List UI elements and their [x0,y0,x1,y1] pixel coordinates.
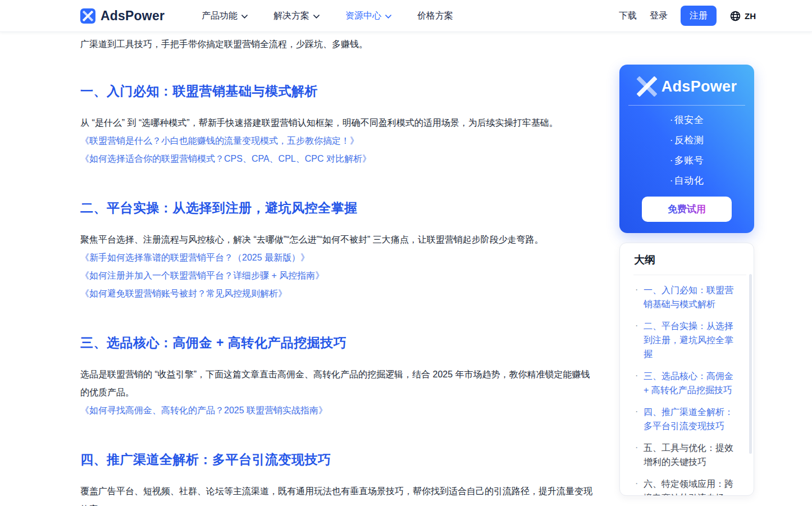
section-3-heading: 三、选品核心：高佣金 + 高转化产品挖掘技巧 [80,334,597,351]
bullet-icon: · [635,368,638,382]
promo-feature: ·很安全 [619,110,754,130]
outline-card: 大纲 ·一、入门必知：联盟营销基础与模式解析 ·二、平台实操：从选择到注册，避坑… [619,243,754,496]
promo-feature-label: 自动化 [674,175,704,186]
promo-card: AdsPower ·很安全 ·反检测 ·多账号 ·自动化 免费试用 [619,65,754,233]
outline-item-4[interactable]: ·四、推广渠道全解析：多平台引流变现技巧 [634,405,737,433]
outline-item-1[interactable]: ·一、入门必知：联盟营销基础与模式解析 [634,283,737,311]
article-content: 广渠道到工具技巧，手把手带你搞定联盟营销全流程，少踩坑、多赚钱。 一、入门必知：… [80,32,597,506]
section-3-description: 选品是联盟营销的 “收益引擎”，下面这篇文章直击高佣金、高转化产品的挖掘逻辑，结… [80,366,597,402]
outline-item-label: 三、选品核心：高佣金 + 高转化产品挖掘技巧 [644,371,733,395]
section-2-description: 聚焦平台选择、注册流程与风控核心，解决 “去哪做”“怎么进”“如何不被封” 三大… [80,231,597,249]
promo-feature-list: ·很安全 ·反检测 ·多账号 ·自动化 [619,110,754,191]
promo-divider [628,105,745,106]
outline-item-6[interactable]: ·六、特定领域应用：跨境电商站外引流专场 [634,477,737,496]
section-2-heading: 二、平台实操：从选择到注册，避坑风控全掌握 [80,199,597,216]
section-4: 四、推广渠道全解析：多平台引流变现技巧 覆盖广告平台、短视频、社群、论坛等主流渠… [80,451,597,506]
chevron-down-icon [313,15,320,19]
outline-item-label: 一、入门必知：联盟营销基础与模式解析 [644,285,733,309]
section-4-description: 覆盖广告平台、短视频、社群、论坛等主流渠道，既有通用玩法也有垂直场景技巧，帮你找… [80,482,597,506]
nav-item-solutions[interactable]: 解决方案 [273,10,320,22]
outline-item-label: 四、推广渠道全解析：多平台引流变现技巧 [644,407,733,431]
promo-logo: AdsPower [619,65,754,97]
article-link[interactable]: 《如何选择适合你的联盟营销模式？CPS、CPA、CPL、CPC 对比解析》 [80,150,597,168]
section-3: 三、选品核心：高佣金 + 高转化产品挖掘技巧 选品是联盟营销的 “收益引擎”，下… [80,334,597,420]
chevron-down-icon [385,15,391,19]
download-link[interactable]: 下载 [619,10,637,22]
bullet-icon: · [670,175,673,186]
bullet-icon: · [635,404,638,418]
outline-item-label: 六、特定领域应用：跨境电商站外引流专场 [644,479,733,496]
bullet-icon: · [670,115,673,125]
outline-item-2[interactable]: ·二、平台实操：从选择到注册，避坑风控全掌握 [634,319,737,361]
signup-button[interactable]: 注册 [681,6,717,25]
promo-feature: ·反检测 [619,130,754,151]
nav-item-products[interactable]: 产品功能 [202,10,248,22]
article-link[interactable]: 《联盟营销是什么？小白也能赚钱的流量变现模式，五步教你搞定！》 [80,132,597,150]
bullet-icon: · [670,155,673,166]
adspower-logo-icon [80,8,95,24]
outline-list: ·一、入门必知：联盟营销基础与模式解析 ·二、平台实操：从选择到注册，避坑风控全… [620,283,754,496]
bullet-icon: · [635,282,638,297]
promo-feature-label: 反检测 [674,135,704,145]
outline-scrollbar-thumb[interactable] [749,274,752,454]
section-1-heading: 一、入门必知：联盟营销基础与模式解析 [80,83,597,99]
promo-feature-label: 很安全 [674,115,704,125]
adspower-logo-icon [637,76,657,97]
free-trial-label: 免费试用 [668,204,706,215]
bullet-icon: · [670,135,673,145]
promo-feature: ·自动化 [619,171,754,191]
header-actions: 下载 登录 注册 ZH [619,6,756,25]
article-link[interactable]: 《如何注册并加入一个联盟营销平台？详细步骤 + 风控指南》 [80,267,597,285]
section-2: 二、平台实操：从选择到注册，避坑风控全掌握 聚焦平台选择、注册流程与风控核心，解… [80,199,597,303]
adspower-resource-page: AdsPower 产品功能 解决方案 资源中心 [0,0,812,506]
promo-logo-text: AdsPower [662,78,737,95]
outline-title: 大纲 [634,253,754,267]
nav-item-label: 价格方案 [417,10,453,22]
chevron-down-icon [241,15,248,19]
login-link[interactable]: 登录 [650,10,668,22]
section-1: 一、入门必知：联盟营销基础与模式解析 从 “是什么” 到 “选哪种模式”，帮新手… [80,83,597,168]
outline-item-3[interactable]: ·三、选品核心：高佣金 + 高转化产品挖掘技巧 [634,369,737,397]
nav-item-resources[interactable]: 资源中心 [345,10,391,22]
article-link[interactable]: 《如何避免联盟营销账号被封？常见风控规则解析》 [80,285,597,303]
top-nav-bar: AdsPower 产品功能 解决方案 资源中心 [0,0,812,32]
outline-item-5[interactable]: ·五、工具与优化：提效增利的关键技巧 [634,441,737,469]
bullet-icon: · [635,318,638,332]
nav-item-label: 解决方案 [273,10,309,22]
outline-item-label: 二、平台实操：从选择到注册，避坑风控全掌握 [644,321,733,359]
main-nav: 产品功能 解决方案 资源中心 价格方案 [202,10,453,22]
bullet-icon: · [635,440,638,454]
language-code: ZH [745,11,756,21]
section-1-description: 从 “是什么” 到 “选哪种模式”，帮新手快速搭建联盟营销认知框架，明确不同盈利… [80,114,597,132]
promo-feature: ·多账号 [619,151,754,171]
article-link[interactable]: 《如何寻找高佣金、高转化的产品？2025 联盟营销实战指南》 [80,402,597,420]
nav-item-pricing[interactable]: 价格方案 [417,10,453,22]
article-intro: 广渠道到工具技巧，手把手带你搞定联盟营销全流程，少踩坑、多赚钱。 [80,38,597,51]
article-link[interactable]: 《新手如何选择靠谱的联盟营销平台？（2025 最新版）》 [80,249,597,267]
free-trial-button[interactable]: 免费试用 [642,197,732,222]
section-4-heading: 四、推广渠道全解析：多平台引流变现技巧 [80,451,597,468]
adspower-logo-text: AdsPower [101,8,165,24]
outline-item-label: 五、工具与优化：提效增利的关键技巧 [644,443,733,467]
promo-feature-label: 多账号 [674,155,704,166]
bullet-icon: · [635,476,638,490]
outline-divider [633,275,746,275]
nav-item-label: 产品功能 [202,10,238,22]
adspower-logo[interactable]: AdsPower [80,8,165,24]
globe-icon [729,10,741,22]
nav-item-label: 资源中心 [345,10,381,22]
language-switcher[interactable]: ZH [729,10,756,22]
